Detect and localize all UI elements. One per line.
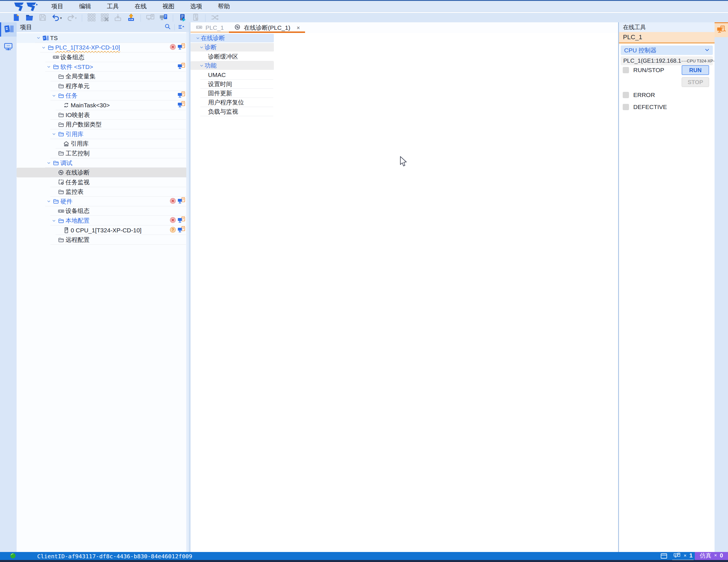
project-tree-scrollbar[interactable] xyxy=(186,32,189,552)
online-tools-device-tab[interactable]: PLC_1 xyxy=(619,32,715,43)
network-view-button[interactable] xyxy=(0,40,17,54)
menu-project[interactable]: 项目 xyxy=(43,2,71,10)
tree-row[interactable]: 引用库 xyxy=(17,139,189,149)
tree-row[interactable]: MainTask<30> xyxy=(17,100,189,110)
connection-row[interactable]: PLC_1(GE1:192.168.1··· CPU T324-XP-··· xyxy=(621,56,713,65)
menu-options[interactable]: 选项 xyxy=(182,2,210,10)
simulation-count: 0 xyxy=(720,552,723,559)
chevron-down-icon[interactable] xyxy=(45,64,52,70)
chevron-down-icon[interactable] xyxy=(195,35,201,41)
windows-layout-icon[interactable] xyxy=(660,553,668,559)
chevron-down-icon[interactable] xyxy=(50,217,57,224)
connect-offline-button[interactable] xyxy=(144,13,157,23)
grid-dots-delete-button[interactable] xyxy=(98,13,111,23)
collapse-all-button[interactable] xyxy=(176,23,186,31)
open-folder-button[interactable] xyxy=(23,13,36,23)
tree-row[interactable]: 监控表 xyxy=(17,187,189,197)
grid-dots-button[interactable] xyxy=(85,13,98,23)
chevron-down-icon[interactable] xyxy=(50,131,57,138)
redo-dropdown-caret[interactable]: ▾ xyxy=(75,16,79,20)
chevron-down-icon[interactable] xyxy=(50,92,57,99)
save-button[interactable] xyxy=(36,13,49,23)
left-activity-rail xyxy=(0,22,17,552)
nav-tree-row[interactable]: 负载与监视 xyxy=(191,107,274,116)
online-tools-rail-button[interactable] xyxy=(715,22,728,37)
tree-row[interactable]: 软件 <STD> xyxy=(17,62,189,72)
download-to-device-button[interactable] xyxy=(176,13,189,23)
nav-tree-row[interactable]: 在线诊断 xyxy=(191,34,274,42)
folder-icon xyxy=(57,112,65,118)
upload-io-button[interactable] xyxy=(124,13,138,23)
chevron-placeholder xyxy=(45,54,52,61)
shuffle-button[interactable] xyxy=(208,13,221,23)
tree-row[interactable]: TS xyxy=(17,33,189,43)
chevron-placeholder xyxy=(50,188,57,195)
tree-row[interactable]: 在线诊断 xyxy=(17,168,189,177)
row-badges xyxy=(169,43,187,52)
tab-plc1[interactable]: PLC_1 xyxy=(191,22,229,33)
tree-row[interactable]: 工艺控制 xyxy=(17,149,189,158)
tree-row[interactable]: 用户数据类型 xyxy=(17,120,189,129)
nav-tree-row[interactable]: 诊断 xyxy=(191,43,274,52)
chevron-down-icon[interactable] xyxy=(198,62,205,69)
nav-tree-row[interactable]: UMAC xyxy=(191,70,274,80)
tree-row-label: 引用库 xyxy=(66,130,84,138)
nav-tree-row[interactable]: 固件更新 xyxy=(191,89,274,98)
tree-row[interactable]: 全局变量集 xyxy=(17,72,189,81)
run-stop-label: RUN/STOP xyxy=(633,67,664,74)
nav-tree-row[interactable]: 诊断缓冲区 xyxy=(191,52,274,61)
nav-tree-row[interactable]: 功能 xyxy=(191,61,274,70)
chevron-down-icon[interactable] xyxy=(198,44,205,51)
chevron-down-icon[interactable] xyxy=(40,44,47,51)
tree-row[interactable]: 调试 xyxy=(17,158,189,168)
row-badges xyxy=(177,101,187,110)
run-button[interactable]: RUN xyxy=(682,65,709,75)
tree-row[interactable]: 设备组态 xyxy=(17,52,189,62)
tree-row[interactable]: 0 CPU_1[T324-XP-CD-10]? xyxy=(17,225,189,235)
tab-online-diagnostics[interactable]: 在线诊断(PLC_1) × xyxy=(229,22,305,33)
chevron-placeholder xyxy=(50,179,57,186)
chevron-down-icon[interactable] xyxy=(45,198,52,205)
connect-online-button[interactable] xyxy=(157,13,170,23)
nav-tree-row-label: 固件更新 xyxy=(208,89,232,97)
new-file-button[interactable] xyxy=(10,13,23,23)
tree-row[interactable]: 硬件 xyxy=(17,197,189,206)
cpu-controller-section-header[interactable]: CPU 控制器 xyxy=(621,45,713,55)
simulation-status[interactable]: 仿真 × 0 xyxy=(695,552,728,560)
tree-row[interactable]: 程序单元 xyxy=(17,81,189,91)
tree-row[interactable]: 任务 xyxy=(17,91,189,101)
chevron-down-icon[interactable] xyxy=(45,160,52,167)
chevron-down-icon[interactable] xyxy=(35,35,42,41)
toolbar: ▾▾ xyxy=(0,13,728,23)
online-badge-icon xyxy=(177,91,185,100)
search-button[interactable] xyxy=(163,23,173,31)
nav-tree-row-label: 在线诊断 xyxy=(201,34,225,42)
nav-tree-row[interactable]: 设置时间 xyxy=(191,80,274,89)
menu-online[interactable]: 在线 xyxy=(127,2,155,10)
tree-row[interactable]: 本地配置 xyxy=(17,216,189,225)
download-io-button[interactable] xyxy=(111,13,124,23)
menu-view[interactable]: 视图 xyxy=(155,2,182,10)
undo-dropdown-caret[interactable]: ▾ xyxy=(60,16,64,20)
tree-row[interactable]: 远程配置 xyxy=(17,235,189,245)
nav-tree-row[interactable]: 用户程序复位 xyxy=(191,98,274,107)
tree-row[interactable]: 设备组态 xyxy=(17,206,189,216)
tree-row[interactable]: 任务监视 xyxy=(17,177,189,187)
close-tab-icon[interactable]: × xyxy=(296,25,300,31)
project-explorer-button[interactable] xyxy=(0,22,17,37)
menu-tools[interactable]: 工具 xyxy=(99,2,127,10)
tree-row-label: MainTask<30> xyxy=(71,102,110,109)
tree-row[interactable]: 引用库 xyxy=(17,129,189,139)
stop-button[interactable]: STOP xyxy=(682,77,709,87)
menu-edit[interactable]: 编辑 xyxy=(71,2,99,10)
svg-text:?: ? xyxy=(172,227,174,232)
tab-label: 在线诊断(PLC_1) xyxy=(244,24,290,32)
online-connections-group[interactable]: × 1 xyxy=(672,552,694,560)
tree-row[interactable]: IO映射表 xyxy=(17,110,189,120)
folder-icon xyxy=(57,83,65,90)
editor-area: PLC_1 在线诊断(PLC_1) × 在线诊断诊断诊断缓冲区功能UMAC设置时… xyxy=(191,22,618,552)
menu-help[interactable]: 帮助 xyxy=(210,2,238,10)
tree-row[interactable]: PLC_1[T324-XP-CD-10] xyxy=(17,43,189,53)
defective-indicator-row: DEFECTIVE xyxy=(623,104,667,110)
device-card-button[interactable] xyxy=(189,13,202,23)
